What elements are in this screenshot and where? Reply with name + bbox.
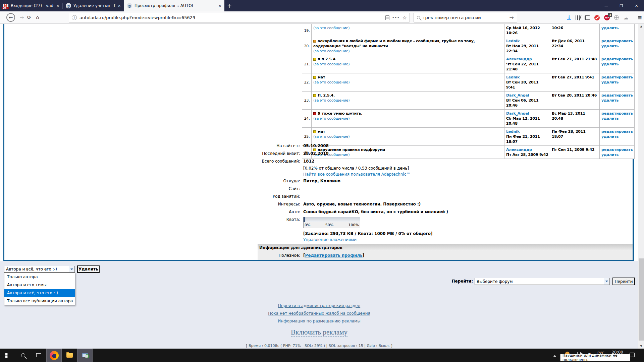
actions-cell: редактироватьудалить	[600, 73, 635, 92]
author-link[interactable]: Александдр	[506, 57, 532, 61]
downloads-icon[interactable]: ↓	[567, 15, 571, 20]
manage-attachments-link[interactable]: Управление вложениями	[303, 237, 432, 243]
author-link[interactable]: Dark_Angel	[506, 93, 529, 98]
sidebar-icon[interactable]	[585, 15, 590, 20]
abp-icon[interactable]: ABP3	[604, 15, 610, 20]
reload-button[interactable]: ⟳	[25, 13, 34, 22]
back-button[interactable]: ←	[6, 13, 15, 22]
chevron-down-icon[interactable]	[69, 266, 74, 272]
jump-button[interactable]: Перейти	[612, 278, 635, 285]
expiry-date: Вс Мар 13, 2011 20:48	[552, 111, 585, 121]
taskbar-search-button[interactable]	[15, 349, 31, 362]
tab-close-icon[interactable]: ✕	[57, 4, 59, 8]
action-center-icon[interactable]	[630, 353, 635, 357]
edit-profile-link[interactable]: Редактировать профиль	[305, 253, 362, 258]
delete-scope-value: Автора и всё, что его :-)	[6, 267, 69, 272]
home-button[interactable]: ⌂	[33, 13, 42, 22]
author-link[interactable]: Lednik	[506, 75, 520, 79]
find-all-posts-link[interactable]: Найти все сообщения пользователя Adaptec…	[303, 171, 410, 177]
footer-links: Перейти в администраторский раздел Пока …	[0, 303, 638, 323]
scrollbar-thumb[interactable]	[639, 258, 644, 341]
delete-button[interactable]: Удалить	[77, 265, 100, 273]
delete-scope-option[interactable]: Только все публикации автора	[4, 297, 75, 305]
adblock-stop-icon[interactable]	[594, 15, 600, 20]
browser-tab[interactable]: M20+Входящие (27) - vadyatm@gm✕	[0, 0, 62, 11]
library-icon[interactable]	[576, 15, 580, 20]
for-this-message-link[interactable]: (за это сообщение)	[313, 116, 350, 121]
taskbar-remote-desktop[interactable]	[77, 349, 93, 362]
delete-scope-option[interactable]: Только автора	[4, 273, 75, 281]
action-link[interactable]: удалить	[601, 62, 633, 67]
footer-link[interactable]: Информация по размещению рекламы	[0, 319, 638, 323]
new-tab-button[interactable]: +	[224, 0, 234, 11]
action-link[interactable]: редактировать	[601, 75, 633, 80]
url-bar[interactable]: i autolada.ru/profile.php?mode=viewprofi…	[69, 13, 410, 22]
taskbar-firefox[interactable]	[46, 349, 62, 362]
minimize-button[interactable]: —	[599, 0, 614, 11]
browser-tab[interactable]: @Удаление учётки - Просмотр✕	[63, 0, 124, 11]
footer-link[interactable]: Пока нет необработанных жалоб на сообщен…	[0, 311, 638, 316]
action-link[interactable]: редактировать	[601, 57, 633, 62]
url-text[interactable]: autolada.ru/profile.php?mode=viewprofile…	[79, 15, 383, 20]
enable-ads-link[interactable]: Включить рекламу	[291, 328, 347, 337]
cloud-extension-icon[interactable]: ☁	[624, 15, 629, 21]
action-link[interactable]: удалить	[601, 44, 633, 49]
globe-extension-icon[interactable]	[614, 15, 619, 20]
author-link[interactable]: Lednik	[506, 129, 520, 134]
chevron-down-icon[interactable]	[604, 278, 609, 285]
field-label: Квота:	[258, 216, 300, 243]
date-cell: Вт Сен 27, 2011 9:41	[550, 73, 600, 92]
action-link[interactable]: удалить	[601, 116, 633, 121]
restore-button[interactable]: ❐	[614, 0, 629, 11]
field-value: Снова бодрый сарайКО, без винта, но с ту…	[303, 208, 448, 216]
search-input[interactable]: трек номер почта россии	[423, 15, 507, 20]
window-controls: — ❐ ✕	[599, 0, 644, 11]
table-row: 19. (за это сообщение) Ср Май 16, 2012 1…	[302, 24, 635, 37]
for-this-message-link[interactable]: (за это сообщение)	[313, 49, 350, 53]
action-link[interactable]: редактировать	[601, 39, 633, 44]
close-button[interactable]: ✕	[629, 0, 644, 11]
delete-scope-option[interactable]: Автора и всё, что его :-)	[4, 289, 75, 297]
site-info-icon[interactable]: i	[72, 15, 77, 20]
author-link[interactable]: Dark_Angel	[506, 111, 529, 116]
for-this-message-link[interactable]: (за это сообщение)	[313, 134, 350, 139]
bookmark-star-icon[interactable]: ☆	[402, 15, 407, 21]
search-icon	[21, 353, 25, 357]
page-actions-icon[interactable]: •••	[392, 15, 399, 20]
tab-close-icon[interactable]: ✕	[118, 4, 121, 8]
tray-chevron-icon[interactable]	[553, 354, 556, 357]
scroll-up-icon[interactable]: ▲	[638, 24, 644, 29]
for-this-message-link[interactable]: (за это сообщение)	[313, 62, 350, 66]
menu-icon[interactable]: ≡	[638, 14, 642, 21]
start-button[interactable]	[0, 349, 15, 362]
author-link[interactable]: Lednik	[506, 39, 520, 43]
table-row: 21. п.п.2.5.4(за это сообщение) Александ…	[302, 55, 635, 73]
delete-scope-select[interactable]: Автора и всё, что его :-)	[4, 266, 75, 273]
quota-info: [Закачано: 293,73 КВ / Квота: 1000 МВ / …	[303, 231, 432, 237]
action-link[interactable]: удалить	[601, 25, 633, 31]
tab-close-icon[interactable]: ✕	[219, 4, 221, 8]
footer-link[interactable]: Перейти в администраторский раздел	[0, 303, 638, 308]
action-link[interactable]: удалить	[601, 134, 633, 139]
delete-scope-option[interactable]: Автора и его темы	[4, 281, 75, 289]
action-link[interactable]: редактировать	[601, 93, 633, 98]
search-go-icon[interactable]: →	[509, 14, 514, 21]
action-link[interactable]: удалить	[601, 98, 633, 103]
search-bar[interactable]: трек номер почта россии →	[414, 13, 517, 22]
for-this-message-link[interactable]: (за это сообщение)	[313, 80, 350, 84]
action-link[interactable]: редактировать	[601, 129, 633, 134]
browser-tab[interactable]: @Просмотр профиля :: AUTOL✕	[124, 0, 224, 11]
profile-field: Сайт:	[258, 185, 633, 193]
jump-forum-select[interactable]: Выберите форум	[475, 278, 610, 285]
action-link[interactable]: удалить	[601, 80, 633, 85]
tab-title: Входящие (27) - vadyatm@gm	[11, 3, 54, 8]
for-this-message-link[interactable]: (за это сообщение)	[313, 26, 350, 30]
action-link[interactable]: редактировать	[601, 111, 633, 116]
task-view-button[interactable]	[31, 349, 46, 362]
scroll-down-icon[interactable]: ▼	[638, 344, 644, 349]
taskbar-explorer[interactable]	[62, 349, 77, 362]
page-scrollbar[interactable]: ▲ ▼	[638, 24, 644, 349]
reader-mode-icon[interactable]	[385, 15, 389, 20]
for-this-message-link[interactable]: (за это сообщение)	[313, 98, 350, 103]
warning-marker-icon	[313, 94, 316, 97]
